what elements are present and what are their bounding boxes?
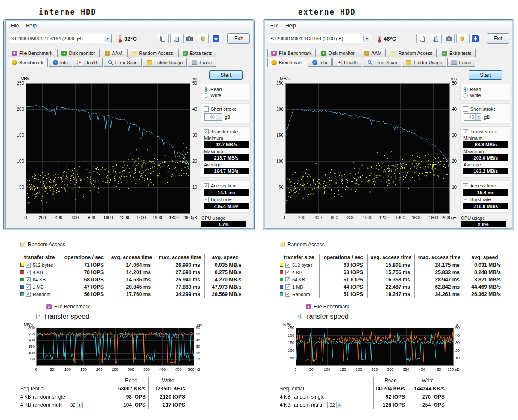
- file-benchmark-icon: ■: [271, 51, 277, 56]
- file-benchmark-icon: ■: [306, 304, 311, 309]
- series-checkbox[interactable]: [26, 263, 31, 268]
- camera-icon: [186, 36, 193, 41]
- write-radio[interactable]: Write: [204, 93, 248, 98]
- ra-value: 17.760 ms: [108, 290, 155, 298]
- random-access-title-row: :: Random Access: [20, 242, 246, 248]
- tab-error-scan[interactable]: Error Scan: [104, 58, 142, 67]
- ra-value: 26.362 MB/s: [464, 290, 505, 298]
- tab-extra-tests[interactable]: ≡Extra tests: [438, 49, 476, 57]
- series-checkbox[interactable]: [26, 277, 31, 282]
- ra-value: 47.973 MB/s: [205, 283, 246, 290]
- series-checkbox[interactable]: [285, 263, 290, 268]
- controls-row: ST2000DM001-1CH164 (2000 gB) ▼ 46°C: [268, 33, 509, 45]
- tab-random-access[interactable]: ::Random Access: [127, 49, 177, 57]
- spinner-arrows-icon[interactable]: ▲▼: [475, 114, 481, 120]
- copy-image-button[interactable]: [430, 34, 442, 43]
- random-access-header-row: transfer size operations / sec avg. acce…: [279, 254, 505, 261]
- short-stroke-value-field[interactable]: 40 ▲▼: [464, 113, 481, 121]
- random-access-icon: ::: [131, 51, 137, 56]
- read-radio[interactable]: Read: [204, 87, 248, 92]
- series-color-swatch: [280, 270, 283, 274]
- burst-rate-checkbox[interactable]: Burst rate: [204, 197, 248, 202]
- series-checkbox[interactable]: [285, 284, 290, 290]
- drive-select[interactable]: ST2000DM001-1E6164 (2000 gB) ▼: [9, 34, 112, 43]
- download-button[interactable]: [210, 34, 222, 43]
- transfer-speed-checkbox[interactable]: Transfer speed: [296, 313, 506, 320]
- camera-button[interactable]: [443, 34, 455, 43]
- tab-extra-tests[interactable]: ≡Extra tests: [178, 49, 216, 57]
- access-time-checkbox[interactable]: Access time: [204, 183, 248, 188]
- short-stroke-checkbox[interactable]: Short stroke: [204, 106, 248, 112]
- exit-button[interactable]: Exit: [487, 33, 509, 44]
- camera-button[interactable]: [183, 34, 195, 43]
- tab-erase[interactable]: Erase: [188, 58, 216, 67]
- read-radio[interactable]: Read: [463, 87, 508, 92]
- menu-file[interactable]: File: [7, 22, 22, 29]
- menu-help[interactable]: Help: [22, 22, 40, 29]
- tab-label: Random Access: [139, 51, 173, 56]
- average-value: 164.7 MB/s: [204, 168, 249, 174]
- download-button[interactable]: [469, 34, 481, 43]
- series-checkbox[interactable]: [285, 277, 290, 282]
- tab-random-access[interactable]: ::Random Access: [387, 49, 436, 57]
- access-time-checkbox[interactable]: Access time: [463, 183, 508, 188]
- maximum-value: 203.6 MB/s: [463, 154, 508, 161]
- tab-folder-usage[interactable]: Folder Usage: [402, 58, 446, 67]
- ra-value: 63 IOPS: [320, 261, 368, 269]
- exit-button[interactable]: Exit: [227, 33, 250, 44]
- tab-health[interactable]: ✚Health: [73, 58, 103, 67]
- start-button[interactable]: Start: [469, 70, 502, 80]
- tab-disk-monitor[interactable]: ▲Disk monitor: [317, 49, 359, 57]
- menu-file[interactable]: File: [267, 22, 282, 29]
- ra-value: 24.175 ms: [415, 261, 464, 269]
- copy-pages-button[interactable]: [416, 34, 428, 43]
- series-checkbox[interactable]: [26, 292, 31, 297]
- menu-help[interactable]: Help: [282, 22, 299, 29]
- spinner-arrows-icon[interactable]: ▲▼: [216, 114, 222, 120]
- tab-error-scan[interactable]: Error Scan: [363, 58, 402, 67]
- tab-disk-monitor[interactable]: ▲Disk monitor: [57, 49, 99, 57]
- tab-benchmark[interactable]: Benchmark: [267, 58, 307, 67]
- tab-aam[interactable]: ♪AAM: [360, 49, 386, 57]
- multi-count-field[interactable]: 32 ▲▼: [68, 402, 83, 408]
- copy-pages-button[interactable]: [157, 34, 169, 43]
- write-radio[interactable]: Write: [463, 93, 508, 98]
- multi-count-field[interactable]: 32 ▲▼: [327, 402, 342, 408]
- copy-image-button[interactable]: [170, 34, 182, 43]
- spinner-arrows-icon[interactable]: ▲▼: [336, 402, 342, 408]
- burst-rate-checkbox[interactable]: Burst rate: [463, 197, 508, 202]
- thermometer-icon: [118, 34, 122, 43]
- tab-file-benchmark[interactable]: ■File Benchmark: [8, 49, 56, 57]
- tab-aam[interactable]: ♪AAM: [101, 49, 127, 57]
- file-benchmark-title: File Benchmark: [314, 304, 349, 310]
- random-access-row: 4 KB70 IOPS14.201 ms27.690 ms0.275 MB/s: [19, 269, 246, 276]
- access-time-label: Access time: [470, 183, 496, 188]
- tab-folder-usage[interactable]: Folder Usage: [143, 58, 187, 67]
- series-checkbox[interactable]: [285, 270, 290, 275]
- tab-info[interactable]: iInfo: [49, 58, 72, 67]
- tab-file-benchmark[interactable]: ■File Benchmark: [267, 49, 316, 57]
- benchmark-icon: [271, 60, 277, 65]
- short-stroke-value: 40: [205, 114, 216, 120]
- series-checkbox[interactable]: [26, 284, 31, 290]
- drive-select[interactable]: ST2000DM001-1CH164 (2000 gB) ▼: [268, 34, 371, 43]
- transfer-rate-checkbox[interactable]: Transfer rate: [204, 129, 248, 134]
- ra-value: 4.270 MB/s: [205, 276, 246, 283]
- hand-button[interactable]: [456, 34, 468, 43]
- series-checkbox[interactable]: [26, 270, 31, 275]
- start-button[interactable]: Start: [209, 70, 243, 80]
- ra-series-cell: 512 bytes: [279, 261, 320, 269]
- tab-benchmark[interactable]: Benchmark: [8, 58, 48, 67]
- transfer-speed-checkbox[interactable]: Transfer speed: [36, 313, 247, 320]
- tab-erase[interactable]: Erase: [447, 58, 475, 67]
- short-stroke-checkbox[interactable]: Short stroke: [463, 106, 508, 112]
- series-checkbox[interactable]: [285, 292, 290, 297]
- ra-value: 56 IOPS: [60, 290, 108, 298]
- spinner-arrows-icon[interactable]: ▲▼: [77, 402, 82, 408]
- short-stroke-value-field[interactable]: 40 ▲▼: [204, 113, 222, 121]
- tab-health[interactable]: ✚Health: [332, 58, 362, 67]
- transfer-rate-checkbox[interactable]: Transfer rate: [463, 129, 508, 134]
- gb-unit-label: gB: [484, 115, 490, 120]
- tab-info[interactable]: iInfo: [308, 58, 332, 67]
- hand-button[interactable]: [197, 34, 209, 43]
